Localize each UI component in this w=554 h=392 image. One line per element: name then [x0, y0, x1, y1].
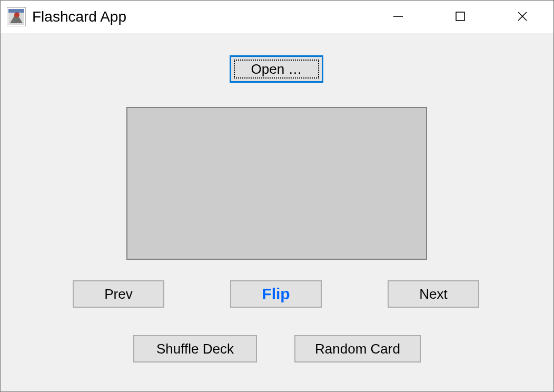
minimize-icon — [392, 11, 404, 22]
title-bar: Flashcard App — [1, 1, 553, 33]
app-title: Flashcard App — [32, 8, 126, 25]
flip-button-label: Flip — [262, 285, 290, 303]
shuffle-deck-button[interactable]: Shuffle Deck — [133, 335, 257, 362]
next-button-label: Next — [419, 286, 447, 302]
maximize-icon — [454, 11, 466, 22]
client-area: Open … Prev Flip Next Shuffle Deck Rando… — [1, 33, 553, 391]
random-card-button[interactable]: Random Card — [294, 335, 421, 362]
shuffle-deck-button-label: Shuffle Deck — [156, 341, 234, 357]
svg-rect-6 — [456, 12, 464, 21]
window-controls — [367, 1, 553, 33]
open-button-label: Open … — [251, 61, 302, 77]
minimize-button[interactable] — [367, 1, 429, 32]
close-button[interactable] — [491, 1, 553, 32]
prev-button-label: Prev — [104, 286, 132, 302]
prev-button[interactable]: Prev — [73, 280, 164, 308]
flashcard-display — [126, 107, 427, 260]
random-card-button-label: Random Card — [315, 341, 400, 357]
open-button[interactable]: Open … — [230, 55, 323, 83]
next-button[interactable]: Next — [388, 280, 479, 308]
app-window: Flashcard App Open … — [0, 0, 554, 392]
app-icon — [7, 7, 26, 26]
svg-rect-4 — [8, 9, 24, 13]
close-icon — [516, 10, 529, 23]
svg-point-3 — [14, 12, 19, 17]
flip-button[interactable]: Flip — [230, 280, 322, 308]
maximize-button[interactable] — [429, 1, 491, 32]
